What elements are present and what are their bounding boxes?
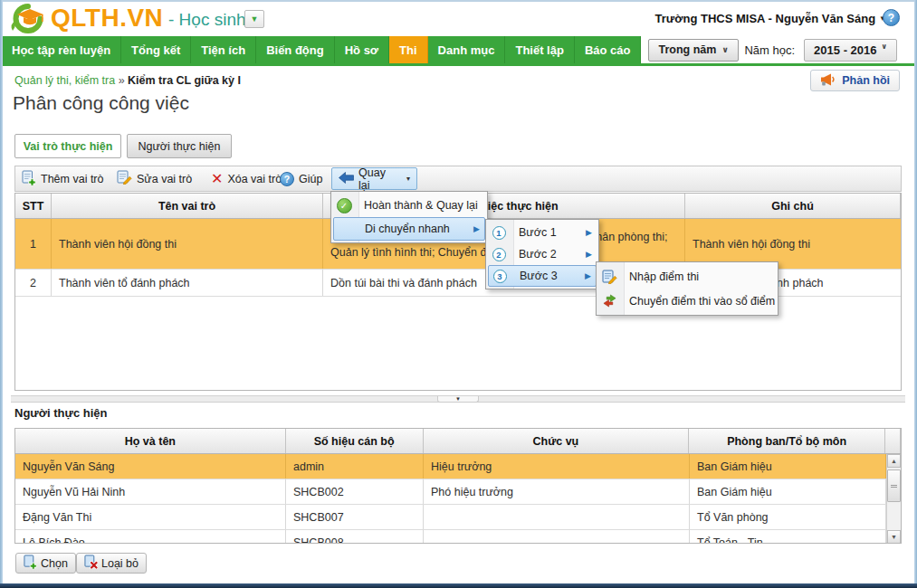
- breadcrumb-separator: »: [119, 74, 125, 87]
- steps-submenu: 1 Bước 1 ▶ 2 Bước 2 ▶ 3 Bước 3 ▶: [485, 219, 599, 289]
- module-switch-dropdown[interactable]: ▼: [244, 10, 264, 28]
- chevron-down-icon: ∨: [721, 45, 728, 54]
- add-page-icon: [22, 170, 36, 188]
- col-full-name: Họ và tên: [15, 429, 286, 453]
- school-year-label: Năm học:: [744, 43, 795, 57]
- check-circle-icon: ✓: [337, 198, 352, 213]
- vertical-scrollbar[interactable]: ▲ ▼: [886, 454, 901, 544]
- brand-module-label: - Học sinh: [168, 10, 246, 30]
- tab-people[interactable]: Người thực hiện: [127, 134, 232, 158]
- col-position: Chức vụ: [424, 429, 690, 453]
- nav-tab-tien-ich[interactable]: Tiện ích: [191, 36, 256, 63]
- tab-roles[interactable]: Vai trò thực hiện: [14, 134, 121, 158]
- menu-item-quick-move[interactable]: Di chuyển nhanh ▶: [333, 217, 485, 241]
- add-role-button[interactable]: Thêm vai trò: [22, 166, 103, 191]
- chevron-down-icon: ▾: [406, 175, 410, 183]
- chevron-down-icon: ∨: [882, 43, 888, 51]
- school-year-select[interactable]: 2015 - 2016∨: [804, 39, 897, 62]
- app-window: QLTH.VN - Học sinh ▼ Trường THCS MISA - …: [0, 0, 917, 588]
- chevron-down-icon: ▼: [251, 14, 259, 24]
- select-people-button[interactable]: Chọn: [15, 553, 76, 574]
- people-table: Họ và tên Số hiệu cán bộ Chức vụ Phòng b…: [14, 428, 902, 544]
- feedback-button[interactable]: Phản hồi: [810, 70, 900, 91]
- menu-item-step-2[interactable]: 2 Bước 2 ▶: [488, 243, 597, 265]
- table-row[interactable]: Nguyễn Vũ Hải Ninh SHCB002 Phó hiệu trưở…: [15, 479, 901, 505]
- col-note: Ghi chú: [685, 194, 901, 218]
- table-row[interactable]: Lê Bích Đào SHCB008 Tổ Toán - Tin: [15, 530, 901, 544]
- number-2-icon: 2: [492, 248, 506, 261]
- col-role-name: Tên vai trò: [52, 194, 323, 218]
- remove-people-button[interactable]: Loại bỏ: [76, 553, 147, 574]
- app-logo-icon: [9, 3, 49, 39]
- page-title: Phân công công việc: [13, 92, 189, 114]
- col-department: Phòng ban/Tổ bộ môn: [689, 429, 885, 453]
- splitter-collapse-handle[interactable]: ▼: [437, 396, 479, 403]
- panel-splitter[interactable]: ▼: [11, 395, 905, 403]
- account-menu[interactable]: Trường THCS MISA - Nguyễn Văn Sáng▼: [655, 12, 886, 25]
- nav-underline: [0, 63, 917, 66]
- breadcrumb: Quản lý thi, kiểm tra » Kiểm tra CL giữa…: [14, 74, 241, 87]
- menu-item-complete-and-back[interactable]: ✓ Hoàn thành & Quay lại: [333, 194, 485, 217]
- scroll-up-button[interactable]: ▲: [887, 454, 901, 468]
- edit-page-icon: [117, 170, 132, 187]
- remove-page-icon: [84, 555, 98, 572]
- help-icon: ?: [280, 172, 294, 186]
- nav-tab-thi[interactable]: Thi: [389, 36, 428, 63]
- submenu-arrow-icon: ▶: [585, 271, 591, 280]
- menu-item-enter-scores[interactable]: Nhập điểm thi: [598, 264, 776, 289]
- account-label: Trường THCS MISA - Nguyễn Văn Sáng: [655, 12, 876, 25]
- people-table-header: Họ và tên Số hiệu cán bộ Chức vụ Phòng b…: [15, 429, 901, 454]
- breadcrumb-parent-link[interactable]: Quản lý thi, kiểm tra: [14, 74, 115, 87]
- window-edge: [0, 583, 917, 588]
- back-dropdown-menu: ✓ Hoàn thành & Quay lại Di chuyển nhanh …: [330, 191, 488, 243]
- nav-tab-bien-dong[interactable]: Biến động: [256, 36, 335, 63]
- table-row[interactable]: Đặng Văn Thi SHCB007 Tổ Văn phòng: [15, 505, 901, 530]
- edit-role-button[interactable]: Sửa vai trò: [117, 166, 192, 191]
- nav-tab-bao-cao[interactable]: Báo cáo: [575, 36, 642, 63]
- window-edge: [0, 0, 3, 588]
- help-button[interactable]: ? Giúp: [280, 166, 322, 191]
- add-page-icon: [24, 555, 37, 572]
- megaphone-icon: [820, 73, 836, 89]
- submenu-arrow-icon: ▶: [586, 250, 592, 259]
- table-row[interactable]: Nguyễn Văn Sáng admin Hiệu trưởng Ban Gi…: [15, 454, 901, 479]
- nav-tab-tong-ket[interactable]: Tổng kết: [121, 36, 191, 63]
- back-split-button[interactable]: Quay lại ▾: [331, 167, 417, 190]
- submenu-arrow-icon: ▶: [586, 228, 592, 237]
- help-icon[interactable]: ?: [883, 9, 900, 26]
- back-arrow-icon: [339, 172, 354, 186]
- submenu-arrow-icon: ▶: [473, 224, 480, 233]
- nav-tab-danh-muc[interactable]: Danh mục: [428, 36, 506, 63]
- nav-tab-thiet-lap[interactable]: Thiết lập: [505, 36, 574, 63]
- nav-tab-ho-so[interactable]: Hồ sơ: [335, 36, 389, 63]
- breadcrumb-current: Kiểm tra CL giữa kỳ I: [128, 74, 241, 87]
- scrollbar-spacer: [885, 429, 901, 453]
- number-3-icon: 3: [493, 270, 507, 283]
- main-nav: Học tập rèn luyện Tổng kết Tiện ích Biến…: [0, 36, 917, 63]
- scope-filter-button[interactable]: Trong năm∨: [648, 39, 738, 62]
- step3-submenu: Nhập điểm thi Chuyển điểm thi vào sổ điể…: [596, 261, 778, 316]
- col-staff-code: Số hiệu cán bộ: [286, 429, 424, 453]
- brand-name[interactable]: QLTH.VN: [51, 4, 163, 33]
- menu-item-step-3[interactable]: 3 Bước 3 ▶: [488, 265, 597, 287]
- delete-role-button[interactable]: ✕ Xóa vai trò: [211, 166, 282, 191]
- delete-x-icon: ✕: [211, 173, 223, 185]
- people-section-title: Người thực hiện: [14, 406, 107, 420]
- col-stt: STT: [15, 194, 52, 218]
- menu-item-transfer-scores[interactable]: Chuyển điểm thi vào sổ điểm: [598, 289, 776, 313]
- roles-toolbar: Thêm vai trò Sửa vai trò ✕ Xóa vai trò ?…: [14, 166, 902, 192]
- scrollbar-thumb[interactable]: [887, 469, 901, 502]
- transfer-arrows-icon: [598, 294, 620, 308]
- menu-item-step-1[interactable]: 1 Bước 1 ▶: [488, 222, 597, 243]
- nav-tab-hoc-tap[interactable]: Học tập rèn luyện: [2, 36, 121, 63]
- window-edge: [0, 0, 917, 2]
- edit-page-icon: [598, 270, 620, 284]
- number-1-icon: 1: [492, 226, 506, 240]
- nav-tab-strip: Học tập rèn luyện Tổng kết Tiện ích Biến…: [0, 36, 641, 63]
- scroll-down-button[interactable]: ▼: [887, 530, 901, 544]
